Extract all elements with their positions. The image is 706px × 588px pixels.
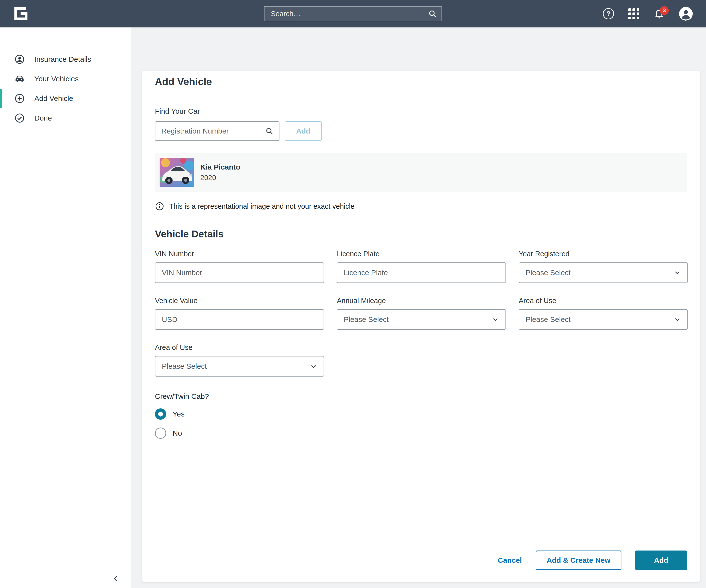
- avatar[interactable]: [679, 7, 693, 20]
- plus-circle-icon: [14, 93, 25, 104]
- car-icon: [14, 74, 25, 84]
- add-create-new-button[interactable]: Add & Create New: [536, 550, 621, 570]
- area-of-use-label: Area of Use: [155, 343, 324, 351]
- chevron-down-icon: [310, 363, 317, 370]
- vin-number-input[interactable]: [155, 262, 324, 283]
- annual-mileage-select[interactable]: Please Select: [337, 309, 506, 330]
- sidebar: Insurance Details Your Vehicles Add Vehi…: [0, 28, 131, 588]
- area-of-use-value: Please Select: [162, 362, 207, 370]
- vehicle-details-heading: Vehicle Details: [155, 228, 687, 240]
- search-input[interactable]: [265, 7, 428, 21]
- vehicle-details-form: VIN Number Licence Plate Year Registered…: [155, 250, 687, 377]
- registration-search-icon[interactable]: [265, 127, 274, 135]
- search-icon[interactable]: [428, 9, 437, 18]
- chevron-down-icon: [674, 269, 681, 276]
- notification-badge: 3: [660, 6, 669, 15]
- area-of-use-select-2[interactable]: Please Select: [155, 356, 324, 377]
- add-button[interactable]: Add: [635, 550, 687, 570]
- sidebar-footer: [0, 569, 131, 588]
- person-circle-icon: [14, 54, 25, 65]
- cancel-button[interactable]: Cancel: [498, 556, 522, 564]
- vehicle-image: [160, 158, 194, 187]
- sidebar-item-label: Add Vehicle: [34, 94, 73, 103]
- radio-option-no[interactable]: No: [155, 427, 687, 439]
- crew-twin-cab-label: Crew/Twin Cab?: [155, 392, 687, 401]
- find-your-car-row: Add: [155, 121, 687, 141]
- info-icon: [155, 202, 164, 211]
- vehicle-value-input[interactable]: [155, 309, 324, 330]
- licence-plate-label: Licence Plate: [337, 250, 506, 258]
- check-circle-icon: [14, 113, 25, 124]
- vin-number-label: VIN Number: [155, 250, 324, 258]
- sidebar-item-label: Done: [34, 114, 52, 122]
- licence-plate-field: Licence Plate: [337, 250, 506, 283]
- area-of-use-label: Area of Use: [519, 297, 688, 305]
- sidebar-item-add-vehicle[interactable]: Add Vehicle: [0, 89, 131, 108]
- sidebar-item-done[interactable]: Done: [0, 108, 131, 128]
- find-your-car-label: Find Your Car: [155, 107, 687, 115]
- annual-mileage-label: Annual Mileage: [337, 297, 506, 305]
- radio-no-label: No: [172, 429, 182, 437]
- area-of-use-field-2: Area of Use Please Select: [155, 343, 324, 377]
- chevron-down-icon: [492, 316, 499, 323]
- representational-note-row: This is a representational image and not…: [155, 202, 687, 211]
- representational-note: This is a representational image and not…: [169, 202, 354, 210]
- area-of-use-value: Please Select: [525, 315, 571, 324]
- vehicle-value-field: Vehicle Value: [155, 297, 324, 330]
- year-registered-select[interactable]: Please Select: [519, 262, 688, 283]
- topbar-actions: ? 3: [603, 7, 693, 20]
- notifications-button[interactable]: 3: [654, 8, 665, 19]
- collapse-sidebar-button[interactable]: [112, 574, 120, 583]
- page-title: Add Vehicle: [155, 76, 687, 93]
- year-registered-label: Year Registered: [519, 250, 688, 258]
- apps-grid-icon[interactable]: [628, 8, 639, 19]
- radio-option-yes[interactable]: Yes: [155, 409, 687, 420]
- sidebar-item-insurance-details[interactable]: Insurance Details: [0, 49, 131, 69]
- add-registration-button[interactable]: Add: [285, 121, 322, 141]
- form-actions: Cancel Add & Create New Add: [155, 550, 687, 570]
- chevron-left-icon: [112, 574, 120, 583]
- annual-mileage-field: Annual Mileage Please Select: [337, 297, 506, 330]
- area-of-use-select-1[interactable]: Please Select: [519, 309, 688, 330]
- area-of-use-field-1: Area of Use Please Select: [519, 297, 688, 330]
- annual-mileage-value: Please Select: [344, 315, 389, 324]
- registration-input[interactable]: [155, 127, 265, 135]
- sidebar-nav: Insurance Details Your Vehicles Add Vehi…: [0, 28, 131, 128]
- vin-number-field: VIN Number: [155, 250, 324, 283]
- vehicle-result-text: Kia Picanto 2020: [200, 163, 240, 182]
- vehicle-result-card[interactable]: Kia Picanto 2020: [155, 153, 687, 192]
- year-registered-field: Year Registered Please Select: [519, 250, 688, 283]
- licence-plate-input[interactable]: [337, 262, 506, 283]
- sidebar-item-your-vehicles[interactable]: Your Vehicles: [0, 69, 131, 89]
- year-registered-value: Please Select: [525, 268, 571, 277]
- add-vehicle-panel: Add Vehicle Find Your Car Add: [142, 71, 700, 582]
- vehicle-name: Kia Picanto: [200, 163, 240, 171]
- sidebar-item-label: Your Vehicles: [34, 75, 79, 83]
- radio-no[interactable]: [155, 427, 166, 439]
- vehicle-value-label: Vehicle Value: [155, 297, 324, 305]
- help-icon[interactable]: ?: [603, 8, 614, 19]
- app-logo-icon[interactable]: [13, 7, 28, 21]
- chevron-down-icon: [674, 316, 681, 323]
- vehicle-year: 2020: [200, 174, 240, 182]
- radio-yes[interactable]: [155, 409, 166, 420]
- radio-yes-label: Yes: [172, 410, 185, 418]
- sidebar-item-label: Insurance Details: [34, 55, 91, 64]
- global-search: [264, 6, 442, 21]
- topbar: ? 3: [0, 0, 706, 28]
- registration-field: [155, 121, 279, 141]
